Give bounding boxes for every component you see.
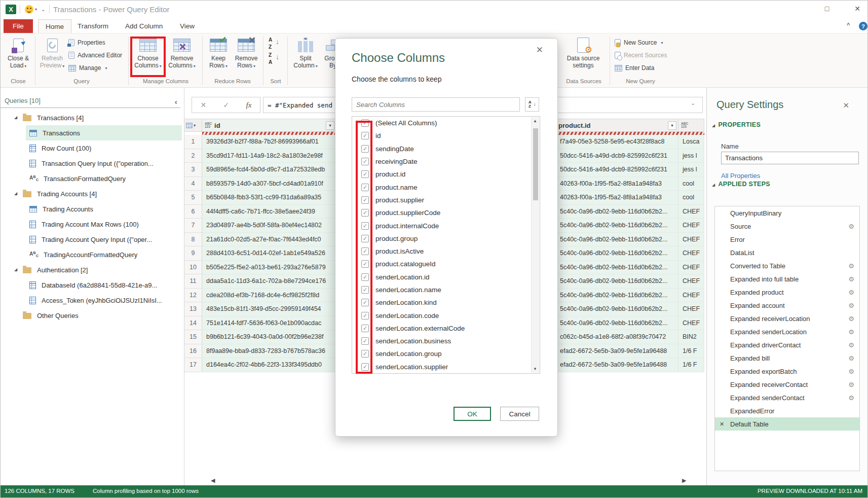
close-query-settings-icon[interactable]: ✕ <box>843 101 849 110</box>
help-icon[interactable]: ? <box>859 22 867 30</box>
query-group-transactions[interactable]: ◢Transactions [4] <box>1 110 183 125</box>
step-expanded-error[interactable]: ExpandedError <box>715 404 859 417</box>
enter-data-button[interactable]: Enter Data <box>615 63 654 73</box>
split-column-button[interactable]: Split Column▾ <box>292 37 319 77</box>
checkbox-checked[interactable]: ✓ <box>361 235 369 242</box>
step-expanded-receiver-contact[interactable]: Expanded receiverContact⚙ <box>715 378 859 391</box>
applied-steps-section-header[interactable]: ◢APPLIED STEPS <box>712 181 770 188</box>
filter-icon[interactable]: ▾ <box>326 121 334 130</box>
step-settings-gear-icon[interactable]: ⚙ <box>848 223 854 230</box>
column-option[interactable]: ✓sendingDate <box>352 143 540 155</box>
query-group-other-queries[interactable]: Other Queries <box>1 308 183 323</box>
step-settings-gear-icon[interactable]: ⚙ <box>848 302 854 309</box>
formula-accept-icon[interactable]: ✓ <box>223 101 230 109</box>
table-menu-icon[interactable] <box>186 123 193 128</box>
keep-rows-button[interactable]: Keep Rows▾ <box>206 37 231 77</box>
step-settings-gear-icon[interactable]: ⚙ <box>848 328 854 336</box>
scroll-left-icon[interactable]: ◀ <box>211 477 215 484</box>
expander-icon[interactable]: ◢ <box>14 115 17 120</box>
step-error[interactable]: Error <box>715 233 859 246</box>
column-option[interactable]: ✓senderLocation.group <box>352 347 540 360</box>
ok-button[interactable]: OK <box>454 407 491 421</box>
checkbox-checked[interactable]: ✓ <box>361 299 369 306</box>
formula-expand-icon[interactable]: ⌄ <box>691 100 695 106</box>
step-expanded-into-full-table[interactable]: Expanded into full table⚙ <box>715 272 859 286</box>
column-option[interactable]: ✓product.supplierCode <box>352 206 540 219</box>
column-header-product-id[interactable]: product.id▾ <box>556 119 678 132</box>
step-expanded-driver-contact[interactable]: Expanded driverContact⚙ <box>715 338 859 351</box>
quick-access-toolbar-icon[interactable]: ⌄ <box>41 7 45 12</box>
step-settings-gear-icon[interactable]: ⚙ <box>848 381 854 388</box>
query-item-trading-account-formatted-query[interactable]: ABCTradingAccountFormattedQuery <box>1 247 183 262</box>
query-item-transactions[interactable]: Transactions <box>1 125 183 140</box>
column-option[interactable]: ✓id <box>352 129 540 142</box>
sort-descending-button[interactable]: ZA↓ <box>268 54 280 64</box>
step-query-input-binary[interactable]: QueryInputBinary <box>715 206 859 220</box>
column-option[interactable]: ✓senderLocation.id <box>352 271 540 283</box>
column-option[interactable]: ✓senderLocation.name <box>352 283 540 296</box>
cancel-button[interactable]: Cancel <box>500 407 539 421</box>
column-option[interactable]: ✓product.internalCode <box>352 219 540 232</box>
checkbox-checked[interactable]: ✓ <box>361 286 369 294</box>
checkbox-checked[interactable]: ✓ <box>361 350 369 358</box>
column-option[interactable]: ✓product.name <box>352 181 540 193</box>
sort-ascending-button[interactable]: AZ↓ <box>268 39 280 49</box>
step-expanded-bill[interactable]: Expanded bill⚙ <box>715 351 859 365</box>
checkbox-checked[interactable]: ✓ <box>361 145 369 153</box>
step-settings-gear-icon[interactable]: ⚙ <box>848 275 854 283</box>
filter-icon[interactable]: ▾ <box>668 121 676 130</box>
step-default-table[interactable]: ✕Default Table <box>715 417 859 431</box>
step-expanded-sender-location[interactable]: Expanded senderLocation⚙ <box>715 325 859 338</box>
sort-columns-button[interactable]: AZ↓ <box>525 97 539 112</box>
close-window-button[interactable]: ✕ <box>851 5 864 13</box>
query-group-trading-accounts[interactable]: ◢Trading Accounts [4] <box>1 186 183 201</box>
properties-section-header[interactable]: ◢PROPERTIES <box>712 121 761 128</box>
advanced-editor-button[interactable]: Advanced Editor <box>68 50 122 60</box>
tab-file[interactable]: File <box>4 19 33 33</box>
status-profiling[interactable]: Column profiling based on top 1000 rows <box>93 488 199 494</box>
column-option[interactable]: ✓product.group <box>352 232 540 245</box>
checkbox-checked[interactable]: ✓ <box>361 312 369 319</box>
remove-columns-button[interactable]: Remove Columns▾ <box>167 37 197 77</box>
query-item-transaction-formatted-query[interactable]: ABCTransactionFormattedQuery <box>1 171 183 186</box>
step-settings-gear-icon[interactable]: ⚙ <box>848 289 854 296</box>
step-expanded-sender-contact[interactable]: Expanded senderContact⚙ <box>715 391 859 404</box>
checkbox-checked[interactable]: ✓ <box>361 222 369 230</box>
query-name-input[interactable] <box>721 152 859 164</box>
checkbox-checked[interactable]: ✓ <box>361 260 369 268</box>
step-settings-gear-icon[interactable]: ⚙ <box>848 262 854 270</box>
new-source-button[interactable]: New Source▾ <box>615 38 663 48</box>
step-expanded-receiver-location[interactable]: Expanded receiverLocation⚙ <box>715 312 859 325</box>
tab-add-column[interactable]: Add Column <box>118 19 170 33</box>
dialog-scrollbar[interactable]: ▲▼ <box>531 117 539 373</box>
column-option[interactable]: ✓product.isActive <box>352 245 540 258</box>
data-source-settings-button[interactable]: ⚙ Data source settings <box>560 37 607 77</box>
remove-rows-button[interactable]: Remove Rows▾ <box>233 37 260 77</box>
query-item-database-id[interactable]: DatabaseId (6a2d8841-55d8-421e-a9... <box>1 277 183 293</box>
tab-view[interactable]: View <box>173 19 202 33</box>
smiley-dropdown-icon[interactable]: ▾ <box>35 7 37 12</box>
checkbox-checked[interactable]: ✓ <box>361 247 369 255</box>
step-data-list[interactable]: DataList <box>715 246 859 259</box>
checkbox-checked[interactable]: ✓ <box>361 132 369 139</box>
checkbox-checked[interactable]: ✓ <box>361 363 369 371</box>
query-item-trading-account-max-rows[interactable]: Trading Account Max Rows (100) <box>1 217 183 232</box>
tab-home[interactable]: Home <box>38 19 71 33</box>
step-settings-gear-icon[interactable]: ⚙ <box>848 341 854 349</box>
properties-button[interactable]: Properties <box>68 38 105 48</box>
checkbox-checked[interactable]: ✓ <box>361 196 369 204</box>
checkbox-checked[interactable]: ✓ <box>361 184 369 191</box>
expander-icon[interactable]: ◢ <box>14 267 17 272</box>
close-and-load-button[interactable]: Close & Load▾ <box>4 37 33 77</box>
tab-transform[interactable]: Transform <box>70 19 116 33</box>
grid-corner-cell[interactable]: ▾ <box>184 119 202 132</box>
query-group-authentication[interactable]: ◢Authentication [2] <box>1 262 183 277</box>
step-expanded-export-batch[interactable]: Expanded exportBatch⚙ <box>715 365 859 378</box>
search-columns-input[interactable] <box>352 97 520 112</box>
checkbox-checked[interactable]: ✓ <box>361 273 369 281</box>
query-item-access-token[interactable]: Access_Token (eyJhbGciOiJSUzI1NiIsI... <box>1 293 183 308</box>
step-settings-gear-icon[interactable]: ⚙ <box>848 368 854 375</box>
checkbox-checked[interactable]: ✓ <box>361 170 369 178</box>
column-header-partial[interactable]: ABC123 <box>678 119 704 132</box>
refresh-preview-button[interactable]: Refresh Preview▾ <box>38 37 66 77</box>
